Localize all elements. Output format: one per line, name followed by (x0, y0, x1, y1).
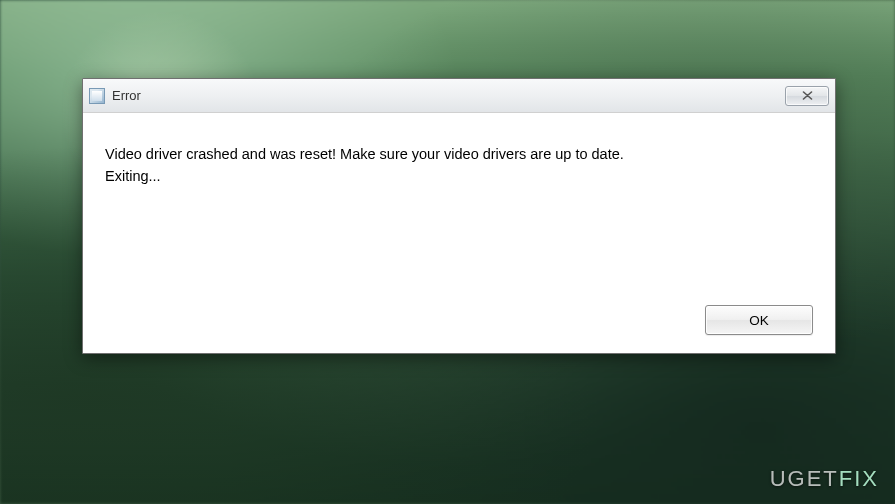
dialog-titlebar[interactable]: Error (83, 79, 835, 113)
ok-button[interactable]: OK (705, 305, 813, 335)
watermark: UGETFIX (770, 466, 879, 492)
close-icon (802, 91, 813, 100)
dialog-title: Error (112, 88, 785, 103)
watermark-part2: FIX (839, 466, 879, 491)
close-button[interactable] (785, 86, 829, 106)
dialog-body: Video driver crashed and was reset! Make… (83, 113, 835, 353)
app-icon (89, 88, 105, 104)
dialog-button-row: OK (105, 295, 813, 335)
watermark-part1: UGET (770, 466, 839, 491)
error-dialog: Error Video driver crashed and was reset… (82, 78, 836, 354)
error-message: Video driver crashed and was reset! Make… (105, 143, 813, 295)
